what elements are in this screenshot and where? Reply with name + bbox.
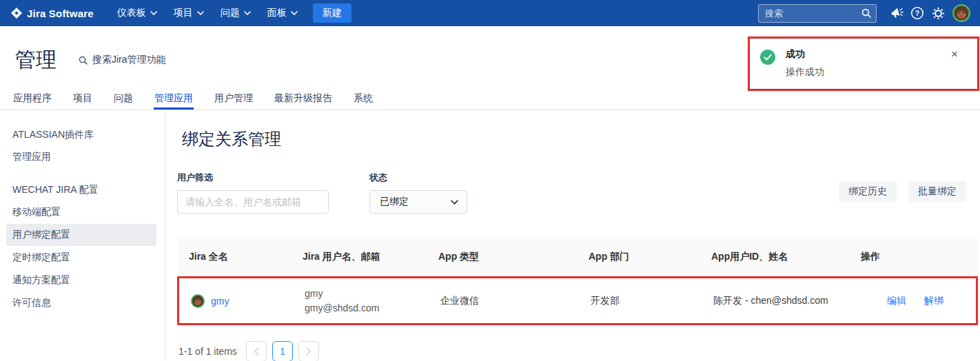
create-button[interactable]: 新建	[313, 3, 351, 23]
toast-title: 成功	[786, 48, 824, 61]
top-nav: Jira Software 仪表板 项目 问题 面板 新建 ?	[0, 0, 980, 26]
section-title: 绑定关系管理	[182, 128, 979, 150]
column-header-app-type: App 类型	[427, 238, 577, 276]
admin-tabs: 应用程序 项目 问题 管理应用 用户管理 最新升级报告 系统	[0, 90, 980, 110]
logo-text: Jira Software	[27, 8, 94, 19]
megaphone-icon[interactable]	[886, 3, 907, 23]
gear-icon[interactable]	[928, 3, 948, 23]
nav-search-input[interactable]	[758, 4, 877, 23]
main-content: 绑定关系管理 用户筛选 状态 已绑定 绑定历史 批量绑定	[165, 110, 980, 360]
column-header-jira-username-email: Jira 用户名、邮箱	[291, 238, 427, 276]
cell-jira-fullname: gmy	[179, 278, 293, 323]
column-header-app-department: App 部门	[577, 238, 700, 276]
search-icon	[861, 8, 871, 21]
binding-table: Jira 全名 Jira 用户名、邮箱 App 类型 App 部门 App用户I…	[177, 238, 978, 325]
chevron-left-icon	[254, 347, 259, 355]
sidebar-item-mobile-config[interactable]: 移动端配置	[6, 201, 156, 223]
table-row: gmy gmy gmy@shdsd.com 企业微信 开发部 陈开发 - che…	[179, 278, 976, 323]
toast-message: 操作成功	[786, 66, 824, 79]
admin-search-hint: 搜索Jira管理功能	[92, 54, 166, 66]
status-filter-label: 状态	[369, 172, 467, 184]
nav-item-issues[interactable]: 问题	[212, 0, 259, 26]
nav-item-label: 项目	[174, 7, 193, 19]
svg-text:?: ?	[915, 9, 919, 17]
tab-applications[interactable]: 应用程序	[12, 90, 52, 110]
cell-actions: 编辑 解绑	[851, 278, 976, 323]
status-select[interactable]: 已绑定	[369, 190, 467, 214]
column-header-actions: 操作	[849, 238, 978, 276]
nav-item-label: 问题	[221, 7, 240, 19]
cell-app-type: 企业微信	[429, 278, 579, 323]
success-toast: 成功 操作成功 ×	[751, 39, 977, 88]
pagination-summary: 1-1 of 1 items	[178, 346, 237, 357]
cell-username-email: gmy gmy@shdsd.com	[293, 278, 429, 323]
tab-system[interactable]: 系统	[353, 90, 374, 110]
tab-projects[interactable]: 项目	[72, 90, 93, 110]
tab-issues[interactable]: 问题	[113, 90, 134, 110]
column-header-app-userid-name: App用户ID、姓名	[700, 238, 849, 276]
row-avatar	[191, 294, 205, 308]
user-profile-link[interactable]: gmy	[211, 296, 229, 307]
sidebar-item-scheduled-binding-config[interactable]: 定时绑定配置	[6, 247, 156, 269]
nav-item-dashboards[interactable]: 仪表板	[109, 0, 165, 26]
tab-user-management[interactable]: 用户管理	[214, 90, 254, 110]
filters-row: 用户筛选 状态 已绑定 绑定历史 批量绑定	[177, 172, 979, 214]
success-check-icon	[760, 50, 775, 88]
sidebar-item-manage-apps[interactable]: 管理应用	[6, 146, 156, 168]
user-filter: 用户筛选	[177, 172, 329, 214]
body: ATLASSIAN插件库 管理应用 WECHAT JIRA 配置 移动端配置 用…	[0, 110, 980, 360]
sidebar-item-license-info[interactable]: 许可信息	[6, 292, 156, 314]
nav-item-label: 仪表板	[117, 7, 146, 19]
close-icon[interactable]: ×	[951, 48, 958, 60]
pagination-prev-button[interactable]	[246, 341, 267, 361]
chevron-right-icon	[306, 347, 312, 355]
page: Jira Software 仪表板 项目 问题 面板 新建 ?	[0, 0, 980, 361]
page-title: 管理	[15, 46, 57, 74]
batch-binding-button[interactable]: 批量绑定	[908, 181, 966, 202]
chevron-down-icon	[150, 11, 157, 15]
row-email: gmy@shdsd.com	[305, 302, 379, 313]
sidebar-header-atlassian-marketplace: ATLASSIAN插件库	[6, 124, 156, 146]
table-row-annotation-box: gmy gmy gmy@shdsd.com 企业微信 开发部 陈开发 - che…	[177, 276, 978, 325]
user-filter-input[interactable]	[177, 190, 329, 214]
binding-history-button[interactable]: 绑定历史	[839, 181, 897, 202]
jira-logo[interactable]: Jira Software	[11, 8, 94, 19]
tab-manage-apps[interactable]: 管理应用	[154, 90, 194, 110]
help-icon[interactable]: ?	[907, 3, 928, 23]
user-filter-label: 用户筛选	[177, 172, 329, 184]
unbind-link[interactable]: 解绑	[924, 295, 943, 307]
edit-link[interactable]: 编辑	[887, 295, 906, 307]
pagination: 1-1 of 1 items 1	[178, 341, 979, 361]
chevron-down-icon	[291, 11, 298, 15]
filter-actions: 绑定历史 批量绑定	[839, 181, 966, 202]
status-select-value: 已绑定	[380, 196, 409, 208]
admin-search[interactable]: 搜索Jira管理功能	[79, 54, 166, 66]
jira-diamond-icon	[11, 8, 22, 19]
chevron-down-icon	[244, 11, 251, 15]
nav-item-boards[interactable]: 面板	[259, 0, 306, 26]
chevron-down-icon	[197, 11, 204, 15]
user-avatar[interactable]	[952, 4, 970, 22]
toast-annotation-box: 成功 操作成功 ×	[748, 37, 979, 91]
sidebar: ATLASSIAN插件库 管理应用 WECHAT JIRA 配置 移动端配置 用…	[0, 110, 165, 360]
pagination-page-1-button[interactable]: 1	[272, 341, 293, 361]
nav-item-projects[interactable]: 项目	[165, 0, 212, 26]
nav-menu: 仪表板 项目 问题 面板	[109, 0, 306, 26]
row-username: gmy	[305, 288, 323, 299]
chevron-down-icon	[451, 200, 458, 205]
search-icon	[79, 56, 88, 65]
cell-app-user: 陈开发 - chen@shdsd.com	[702, 278, 851, 323]
status-filter: 状态 已绑定	[369, 172, 467, 214]
table-header-row: Jira 全名 Jira 用户名、邮箱 App 类型 App 部门 App用户I…	[177, 238, 978, 276]
sidebar-item-user-binding-config[interactable]: 用户绑定配置	[6, 224, 156, 246]
cell-app-department: 开发部	[579, 278, 702, 323]
nav-search	[758, 4, 877, 23]
sidebar-header-wechat-jira-config: WECHAT JIRA 配置	[6, 179, 156, 201]
pagination-next-button[interactable]	[298, 341, 319, 361]
toast-texts: 成功 操作成功	[786, 48, 824, 88]
tab-upgrade-report[interactable]: 最新升级报告	[274, 90, 333, 110]
nav-item-label: 面板	[267, 7, 287, 19]
column-header-jira-fullname: Jira 全名	[177, 238, 291, 276]
sidebar-item-notification-scheme-config[interactable]: 通知方案配置	[6, 269, 156, 291]
